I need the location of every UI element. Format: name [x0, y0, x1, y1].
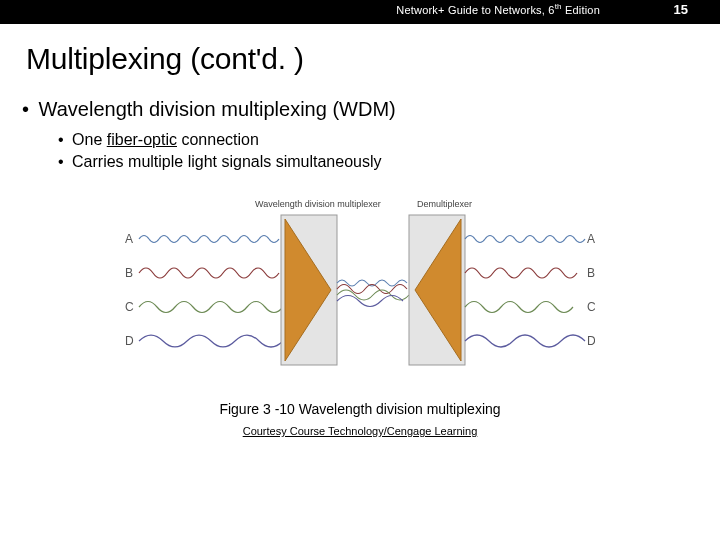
header-source: Network+ Guide to Networks, 6th Edition [396, 2, 600, 16]
wave-in-D [139, 335, 283, 347]
bullet-level1: Wavelength division multiplexing (WDM) [22, 98, 720, 121]
fiber-optic-link[interactable]: fiber-optic [107, 131, 177, 148]
left-label-A: A [125, 232, 133, 246]
input-waves [139, 236, 283, 348]
left-label-D: D [125, 334, 134, 348]
wdm-diagram: Wavelength division multiplexer Demultip… [125, 195, 595, 385]
right-label-B: B [587, 266, 595, 280]
header-source-suffix: Edition [562, 4, 600, 16]
header-source-sup: th [555, 2, 562, 11]
wave-out-D [465, 335, 585, 347]
content-area: Wavelength division multiplexing (WDM) O… [22, 98, 720, 171]
header-source-prefix: Network+ Guide to Networks, 6 [396, 4, 554, 16]
bullet-level2-b: Carries multiple light signals simultane… [58, 153, 720, 171]
wave-in-A [139, 236, 279, 243]
combined-signal [337, 280, 409, 307]
demux-label: Demultiplexer [417, 199, 472, 209]
diagram-svg: Wavelength division multiplexer Demultip… [125, 195, 595, 385]
bullet-l2a-pre: One [72, 131, 107, 148]
wave-in-C [139, 302, 283, 313]
wave-out-C [465, 302, 573, 313]
figure-credit: Courtesy Course Technology/Cengage Learn… [0, 425, 720, 437]
right-label-A: A [587, 232, 595, 246]
wave-out-B [465, 268, 577, 278]
wave-in-B [139, 268, 279, 278]
left-label-C: C [125, 300, 134, 314]
bullet-level2-a: One fiber-optic connection [58, 131, 720, 149]
output-waves [465, 236, 585, 348]
figure-caption: Figure 3 -10 Wavelength division multipl… [0, 401, 720, 417]
mux-label: Wavelength division multiplexer [255, 199, 381, 209]
page-number: 15 [674, 2, 688, 17]
slide-title: Multiplexing (cont'd. ) [26, 42, 720, 76]
right-label-D: D [587, 334, 595, 348]
right-label-C: C [587, 300, 595, 314]
wave-out-A [465, 236, 585, 243]
slide: Network+ Guide to Networks, 6th Edition … [0, 0, 720, 540]
bullet-l2a-post: connection [177, 131, 259, 148]
header-bar: Network+ Guide to Networks, 6th Edition … [0, 0, 720, 24]
left-label-B: B [125, 266, 133, 280]
